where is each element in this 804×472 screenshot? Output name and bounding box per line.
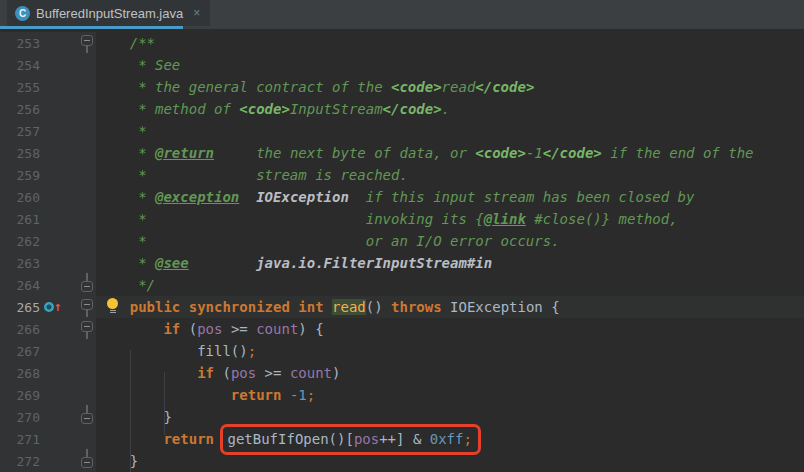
line-number[interactable]: 259 xyxy=(0,168,40,183)
editor-row: 268 if (pos >= count) xyxy=(0,362,804,384)
code-token: -1 xyxy=(526,145,543,161)
code-token: ++] & xyxy=(379,431,430,447)
code-token: } xyxy=(96,453,138,469)
gutter-cell: 272 xyxy=(0,450,96,472)
line-number[interactable]: 260 xyxy=(0,190,40,205)
code-token: <code> xyxy=(475,145,526,161)
code-token: if this input stream has been closed by xyxy=(349,189,695,205)
gutter-cell: 268 xyxy=(0,362,96,384)
code-line[interactable]: * invoking its {@link #close()} method, xyxy=(96,208,804,230)
fold-slot xyxy=(81,318,94,340)
gutter-cell: 266 xyxy=(0,318,96,340)
gutter-cell: 257 xyxy=(0,120,96,142)
editor-tab[interactable]: C BufferedInputStream.java × xyxy=(7,0,210,26)
gutter-cell: 261 xyxy=(0,208,96,230)
editor-row: 261 * invoking its {@link #close()} meth… xyxy=(0,208,804,230)
code-token: IOException xyxy=(256,189,349,205)
code-token xyxy=(281,387,289,403)
line-number[interactable]: 256 xyxy=(0,102,40,117)
code-token: */ xyxy=(96,277,155,293)
code-token: @see xyxy=(155,255,189,271)
line-number[interactable]: 253 xyxy=(0,36,40,51)
line-number[interactable]: 268 xyxy=(0,366,40,381)
fold-slot xyxy=(81,340,94,362)
line-number[interactable]: 270 xyxy=(0,410,40,425)
code-line[interactable]: * or an I/O error occurs. xyxy=(96,230,804,252)
code-token: java.io.FilterInputStream#in xyxy=(256,255,492,271)
code-line[interactable]: public synchronized int read() throws IO… xyxy=(96,296,804,318)
code-line[interactable]: * method of <code>InputStream</code>. xyxy=(96,98,804,120)
line-number[interactable]: 263 xyxy=(0,256,40,271)
fold-marker[interactable] xyxy=(81,321,93,332)
line-number[interactable]: 255 xyxy=(0,80,40,95)
code-line[interactable]: return getBufIfOpen()[pos++] & 0xff; xyxy=(96,428,804,450)
code-line[interactable]: * @return the next byte of data, or <cod… xyxy=(96,142,804,164)
line-number[interactable]: 264 xyxy=(0,278,40,293)
fold-marker[interactable] xyxy=(81,413,93,424)
line-number[interactable]: 261 xyxy=(0,212,40,227)
fold-slot xyxy=(81,230,94,252)
overrides-arrow: ↑ xyxy=(54,302,62,312)
code-line[interactable]: } xyxy=(96,450,804,472)
line-number[interactable]: 265 xyxy=(0,300,40,315)
fold-slot xyxy=(81,186,94,208)
fold-slot xyxy=(81,296,94,318)
code-token: #close()} method, xyxy=(526,211,678,227)
fold-marker[interactable] xyxy=(81,281,93,292)
gutter-cell: 262 xyxy=(0,230,96,252)
line-number[interactable]: 269 xyxy=(0,388,40,403)
line-number[interactable]: 254 xyxy=(0,58,40,73)
gutter-cell: 271 xyxy=(0,428,96,450)
code-line[interactable]: fill(); xyxy=(96,340,804,362)
code-line[interactable]: return -1; xyxy=(96,384,804,406)
code-token: return xyxy=(231,387,282,403)
code-line[interactable]: * See xyxy=(96,54,804,76)
tab-close-icon[interactable]: × xyxy=(193,6,200,20)
code-token: * the general contract of the xyxy=(96,79,391,95)
line-number[interactable]: 272 xyxy=(0,454,40,469)
code-token: <code> xyxy=(391,79,442,95)
code-token xyxy=(96,365,197,381)
line-number[interactable]: 267 xyxy=(0,344,40,359)
gutter-icon-slot: ↑ xyxy=(40,302,66,312)
editor-row: 257 * xyxy=(0,120,804,142)
fold-marker[interactable] xyxy=(81,457,93,468)
fold-marker[interactable] xyxy=(81,35,93,46)
overrides-method-icon[interactable]: ↑ xyxy=(44,302,62,312)
code-line[interactable]: if (pos >= count) xyxy=(96,362,804,384)
code-token: * xyxy=(96,255,155,271)
line-number[interactable]: 258 xyxy=(0,146,40,161)
code-token: () xyxy=(366,299,391,315)
code-line[interactable]: * stream is reached. xyxy=(96,164,804,186)
tab-title: BufferedInputStream.java xyxy=(36,6,183,21)
editor-row: 259 * stream is reached. xyxy=(0,164,804,186)
code-line[interactable]: * the general contract of the <code>read… xyxy=(96,76,804,98)
editor-row: 267 fill(); xyxy=(0,340,804,362)
overrides-circle xyxy=(44,302,54,312)
code-token: the next byte of data, or xyxy=(214,145,475,161)
line-number[interactable]: 271 xyxy=(0,432,40,447)
editor-row: 262 * or an I/O error occurs. xyxy=(0,230,804,252)
line-number[interactable]: 266 xyxy=(0,322,40,337)
fold-slot xyxy=(81,274,94,296)
code-line[interactable]: * xyxy=(96,120,804,142)
gutter-cell: 256 xyxy=(0,98,96,120)
editor-row: 272 } xyxy=(0,450,804,472)
code-line[interactable]: /** xyxy=(96,32,804,54)
gutter-cell: 259 xyxy=(0,164,96,186)
code-token: return xyxy=(163,431,214,447)
line-number[interactable]: 262 xyxy=(0,234,40,249)
line-number[interactable]: 257 xyxy=(0,124,40,139)
code-line[interactable]: * @exception IOException if this input s… xyxy=(96,186,804,208)
code-token: throws xyxy=(391,299,442,315)
fold-marker[interactable] xyxy=(81,299,93,310)
fold-slot xyxy=(81,142,94,164)
fold-slot xyxy=(81,98,94,120)
code-token: ; xyxy=(463,431,471,447)
gutter-cell: 254 xyxy=(0,54,96,76)
code-line[interactable]: */ xyxy=(96,274,804,296)
code-token: * xyxy=(96,123,147,139)
code-line[interactable]: * @see java.io.FilterInputStream#in xyxy=(96,252,804,274)
code-line[interactable]: if (pos >= count) { xyxy=(96,318,804,340)
intention-bulb-icon[interactable] xyxy=(106,298,119,315)
